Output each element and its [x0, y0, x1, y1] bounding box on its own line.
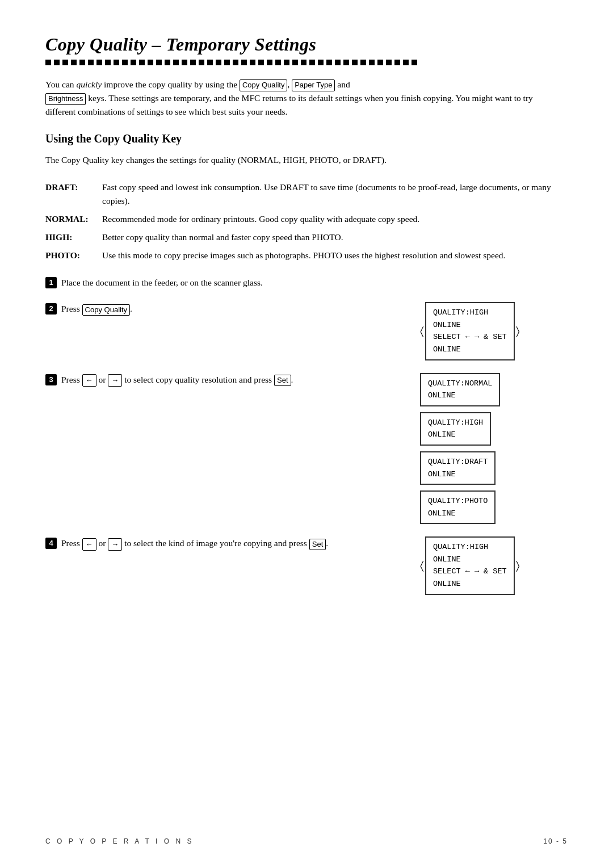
step-2-text-col: Press Copy Quality. — [61, 302, 403, 316]
term-draft: DRAFT: — [45, 178, 102, 210]
step-3-lcd-high: QUALITY:HIGH ONLINE — [420, 412, 491, 446]
step-4-text-col: Press ← or → to select the kind of image… — [61, 536, 403, 551]
intro-text-after-quick: improve the copy quality by using the — [102, 79, 240, 89]
step-1: 1 Place the document in the feeder, or o… — [45, 276, 568, 290]
desc-draft: Fast copy speed and lowest ink consumpti… — [102, 178, 568, 210]
step-1-number: 1 — [45, 277, 57, 288]
intro-text-before: You can — [45, 79, 76, 89]
step-2-copy-quality-key: Copy Quality — [82, 304, 130, 316]
footer-left: C O P Y O P E R A T I O N S — [45, 837, 194, 845]
step-3-content: Press ← or → to select copy quality reso… — [61, 373, 568, 525]
footer: C O P Y O P E R A T I O N S 10 - 5 — [45, 837, 568, 845]
intro-quick: quickly — [76, 79, 102, 89]
step-2: 2 Press Copy Quality. 〈 QUALITY:HIGH ONL… — [45, 302, 568, 360]
step-2-content: Press Copy Quality. 〈 QUALITY:HIGH ONLIN… — [61, 302, 568, 360]
copy-quality-key-badge: Copy Quality — [240, 79, 287, 91]
step-2-right-arrow: 〉 — [516, 322, 520, 340]
step-3-left-arrow-key: ← — [82, 374, 96, 387]
step-4-set-key: Set — [309, 539, 326, 550]
footer-right: 10 - 5 — [543, 837, 568, 845]
step-4-end: . — [326, 538, 328, 548]
step-3-press: Press — [61, 375, 82, 384]
step-3-set-key: Set — [274, 375, 291, 386]
intro-between-keys: , — [287, 79, 292, 89]
step-4-display-col: 〈 QUALITY:HIGH ONLINE SELECT ← → & SET O… — [420, 536, 568, 594]
section-heading: Using the Copy Quality Key — [45, 132, 568, 145]
step-4-content: Press ← or → to select the kind of image… — [61, 536, 568, 594]
paper-type-key-badge: Paper Type — [292, 79, 335, 91]
step-4-right-arrow: 〉 — [516, 557, 520, 575]
definitions-table: DRAFT: Fast copy speed and lowest ink co… — [45, 178, 568, 265]
step-3-lcd-photo: QUALITY:PHOTO ONLINE — [420, 490, 496, 524]
step-3-text-col: Press ← or → to select copy quality reso… — [61, 373, 403, 387]
step-3-or: or — [96, 375, 108, 384]
step-3-end: . — [291, 375, 293, 384]
step-4-left-arrow-key: ← — [82, 538, 96, 551]
brightness-key-badge: Brightness — [45, 93, 86, 104]
term-normal: NORMAL: — [45, 210, 102, 228]
step-3-text-after: to select copy quality resolution and pr… — [122, 375, 274, 384]
definition-photo: PHOTO: Use this mode to copy precise ima… — [45, 246, 568, 265]
step-3-lcd-draft: QUALITY:DRAFT ONLINE — [420, 451, 496, 485]
step-2-number: 2 — [45, 303, 57, 315]
intro-paragraph: You can quickly improve the copy quality… — [45, 78, 534, 119]
step-2-left-arrow: 〈 — [420, 322, 424, 340]
step-4-number: 4 — [45, 538, 57, 549]
step-4-right-arrow-key: → — [108, 538, 122, 551]
section-sub-paragraph: The Copy Quality key changes the setting… — [45, 153, 534, 167]
step-4-lcd: QUALITY:HIGH ONLINE SELECT ← → & SET ONL… — [425, 536, 515, 594]
step-3-display-col: QUALITY:NORMAL ONLINE QUALITY:HIGH ONLIN… — [420, 373, 568, 525]
intro-after-keys: keys. These settings are temporary, and … — [45, 93, 533, 116]
step-4-press: Press — [61, 538, 82, 548]
step-2-lcd: QUALITY:HIGH ONLINE SELECT ← → & SET ONL… — [425, 302, 515, 360]
step-2-press: Press — [61, 304, 82, 313]
desc-normal: Recommended mode for ordinary printouts.… — [102, 210, 568, 228]
definition-normal: NORMAL: Recommended mode for ordinary pr… — [45, 210, 568, 228]
step-3: 3 Press ← or → to select copy quality re… — [45, 373, 568, 525]
step-3-right-arrow-key: → — [108, 374, 122, 387]
desc-photo: Use this mode to copy precise images suc… — [102, 246, 568, 265]
title-dots — [45, 60, 568, 65]
step-4: 4 Press ← or → to select the kind of ima… — [45, 536, 568, 594]
term-high: HIGH: — [45, 228, 102, 246]
definition-high: HIGH: Better copy quality than normal an… — [45, 228, 568, 246]
step-4-left-arrow: 〈 — [420, 557, 424, 575]
step-3-number: 3 — [45, 374, 57, 385]
step-4-lcd-wrap: 〈 QUALITY:HIGH ONLINE SELECT ← → & SET O… — [420, 536, 520, 594]
step-2-display-col: 〈 QUALITY:HIGH ONLINE SELECT ← → & SET O… — [420, 302, 568, 360]
page-title: Copy Quality – Temporary Settings — [45, 34, 568, 55]
term-photo: PHOTO: — [45, 246, 102, 265]
intro-and: and — [335, 79, 350, 89]
step-list: 1 Place the document in the feeder, or o… — [45, 276, 568, 595]
step-3-lcd-normal: QUALITY:NORMAL ONLINE — [420, 373, 500, 406]
step-2-period: . — [130, 304, 132, 313]
step-1-text: Place the document in the feeder, or on … — [61, 276, 568, 290]
step-4-or: or — [96, 538, 108, 548]
step-4-text-after: to select the kind of image you're copyi… — [122, 538, 309, 548]
desc-high: Better copy quality than normal and fast… — [102, 228, 568, 246]
step-2-lcd-wrap: 〈 QUALITY:HIGH ONLINE SELECT ← → & SET O… — [420, 302, 520, 360]
definition-draft: DRAFT: Fast copy speed and lowest ink co… — [45, 178, 568, 210]
